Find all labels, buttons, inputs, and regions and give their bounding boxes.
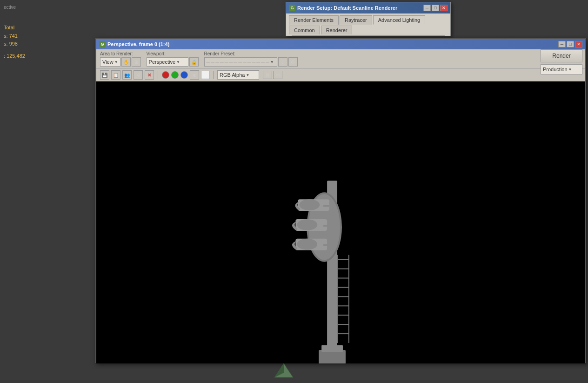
- tab-advanced-lighting[interactable]: Advanced Lighting: [373, 15, 426, 25]
- area-to-render-label: Area to Render:: [100, 51, 141, 56]
- dialog-window-controls: ─ □ ✕: [423, 5, 448, 11]
- print-btn[interactable]: 🖨: [134, 70, 143, 80]
- render-preset-label: Render Preset:: [204, 51, 298, 56]
- save-render-btn[interactable]: 💾: [100, 70, 109, 80]
- render-frame-title: Perspective, frame 0 (1:4): [107, 41, 169, 47]
- background-panel: ective Total s: 741 s: 998 : 125,482: [0, 0, 93, 383]
- render-canvas: [96, 81, 585, 363]
- bottom-taskbar: [0, 369, 588, 383]
- render-setup-dialog: G Render Setup: Default Scanline Rendere…: [286, 2, 451, 36]
- channel-dropdown-arrow: ▼: [246, 73, 249, 77]
- render-frame-icon: G: [99, 41, 106, 47]
- render-button[interactable]: Render: [541, 49, 582, 62]
- render-setup-titlebar: G Render Setup: Default Scanline Rendere…: [286, 2, 450, 13]
- full-view-btn[interactable]: ▭: [273, 71, 282, 79]
- render-frame-window: G Perspective, frame 0 (1:4) ─ □ ✕ Rende…: [95, 38, 586, 363]
- render-toolbar-1: Area to Render: View ▼ ✋ ⊞ Viewport: Per…: [96, 49, 585, 69]
- taskbar-3d-icon[interactable]: [270, 359, 298, 382]
- viewport-group: Viewport: Perspective ▼ 🔒: [147, 51, 199, 67]
- viewport-label: Viewport:: [147, 51, 199, 56]
- render-setup-title: Render Setup: Default Scanline Renderer: [297, 5, 397, 11]
- blue-channel-btn[interactable]: [180, 71, 188, 79]
- white-box-btn[interactable]: [201, 71, 209, 79]
- clear-btn[interactable]: ✕: [145, 70, 154, 80]
- svg-point-7: [299, 199, 320, 210]
- viewport-control: Perspective ▼ 🔒: [147, 57, 199, 67]
- render-preset-group: Render Preset: ────────────── ▼ ↓ ⚙: [204, 51, 298, 67]
- scene-svg: [96, 81, 585, 363]
- production-dropdown-arrow: ▼: [568, 67, 572, 72]
- svg-rect-2: [319, 350, 346, 363]
- render-preset-dropdown[interactable]: ────────────── ▼: [204, 57, 277, 67]
- copy-btn[interactable]: 📋: [111, 70, 120, 80]
- titlebar-left: G Render Setup: Default Scanline Rendere…: [289, 5, 397, 11]
- tab-raytracer[interactable]: Raytracer: [340, 15, 372, 25]
- preset-load-btn[interactable]: ↓: [278, 57, 287, 67]
- svg-rect-14: [323, 244, 329, 246]
- tab-row-1: Render Elements Raytracer Advanced Light…: [289, 15, 448, 25]
- render-toolbar-2: 💾 📋 👥 🖨 ✕ ◐ RGB Alpha ▼ ⊞ ▭: [96, 69, 585, 81]
- viewport-dropdown[interactable]: Perspective ▼: [147, 57, 188, 67]
- render-setup-close-btn[interactable]: ✕: [440, 5, 448, 11]
- bg-total-label: Total: [4, 24, 89, 32]
- svg-rect-12: [323, 205, 329, 207]
- render-setup-icon: G: [289, 5, 295, 11]
- area-to-render-control: View ▼ ✋ ⊞: [100, 57, 141, 67]
- svg-rect-3: [321, 345, 343, 352]
- preset-dropdown-arrow: ▼: [270, 60, 275, 64]
- bg-verts: s: 998: [4, 40, 89, 48]
- svg-point-9: [297, 219, 317, 230]
- render-frame-close-btn[interactable]: ✕: [575, 41, 582, 47]
- view-icons-group: ⊞ ▭: [263, 71, 282, 79]
- lock-viewport-btn[interactable]: 🔒: [189, 57, 199, 67]
- viewport-dropdown-arrow: ▼: [176, 60, 180, 64]
- svg-rect-13: [323, 225, 329, 227]
- render-frame-restore-btn[interactable]: □: [567, 41, 574, 47]
- tab-common[interactable]: Common: [289, 26, 320, 34]
- render-setup-restore-btn[interactable]: □: [432, 5, 439, 11]
- preset-save-btn[interactable]: ⚙: [288, 57, 298, 67]
- render-frame-minimize-btn[interactable]: ─: [558, 41, 566, 47]
- red-channel-btn[interactable]: [162, 71, 169, 79]
- area-to-render-dropdown[interactable]: View ▼: [100, 57, 120, 67]
- mono-btn[interactable]: ◐: [190, 70, 199, 80]
- hand-tool-btn[interactable]: ✋: [121, 57, 131, 67]
- area-dropdown-arrow: ▼: [114, 60, 118, 64]
- clone-btn[interactable]: 👥: [122, 70, 132, 80]
- render-setup-tabs: Render Elements Raytracer Advanced Light…: [286, 13, 450, 36]
- render-frame-title-left: G Perspective, frame 0 (1:4): [99, 41, 169, 47]
- tab-row-2: Common Renderer: [289, 26, 448, 34]
- split-view-btn[interactable]: ⊞: [263, 71, 272, 79]
- tab-render-elements[interactable]: Render Elements: [289, 15, 339, 25]
- render-frame-titlebar: G Perspective, frame 0 (1:4) ─ □ ✕: [96, 39, 585, 49]
- render-setup-minimize-btn[interactable]: ─: [423, 5, 431, 11]
- green-channel-btn[interactable]: [171, 71, 179, 79]
- bg-title-label: ective: [4, 5, 89, 10]
- separator-2: [213, 71, 214, 79]
- render-frame-window-controls: ─ □ ✕: [558, 41, 582, 47]
- svg-point-11: [297, 239, 317, 250]
- separator-1: [158, 71, 158, 79]
- area-to-render-group: Area to Render: View ▼ ✋ ⊞: [100, 51, 141, 67]
- bg-faces: : 125,482: [4, 52, 89, 60]
- tab-renderer[interactable]: Renderer: [321, 26, 353, 34]
- production-select[interactable]: Production ▼: [541, 64, 582, 74]
- region-tool-btn[interactable]: ⊞: [132, 57, 141, 67]
- tab-divider: [292, 35, 445, 36]
- bg-polys: s: 741: [4, 32, 89, 40]
- channel-dropdown[interactable]: RGB Alpha ▼: [217, 70, 259, 80]
- render-preset-control: ────────────── ▼ ↓ ⚙: [204, 57, 298, 67]
